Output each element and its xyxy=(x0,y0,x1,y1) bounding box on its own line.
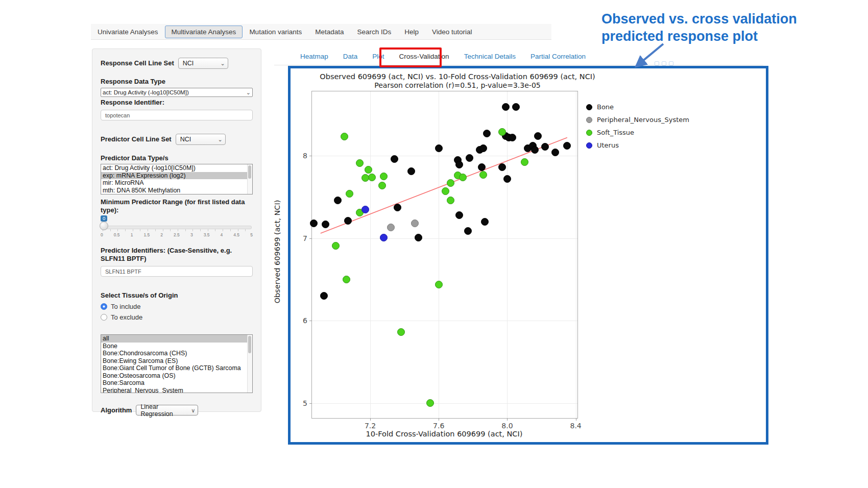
tissue-option-bone-chondrosarcoma-chs[interactable]: Bone:Chondrosarcoma (CHS) xyxy=(101,350,252,357)
slider-tick-label: 4 xyxy=(221,232,223,237)
tissue-option-bone-giant-cell-tumor-of-bone-gctb-sarcoma[interactable]: Bone:Giant Cell Tumor of Bone (GCTB) Sar… xyxy=(101,364,252,372)
nav-tab-univariate-analyses[interactable]: Univariate Analyses xyxy=(91,26,165,38)
tissue-origin-label: Select Tissue/s of Origin xyxy=(101,291,253,300)
nav-tab-multivariate-analyses[interactable]: Multivariate Analyses xyxy=(165,26,243,38)
predictor-identifiers-input[interactable] xyxy=(101,266,253,277)
radio-button-icon[interactable] xyxy=(101,314,107,321)
slider-tick-label: 1.5 xyxy=(143,232,150,237)
nav-tab-video-tutorial[interactable]: Video tutorial xyxy=(425,26,479,38)
response-data-type-select[interactable]: act: Drug Activity (-log10[IC50M]) ⌄ xyxy=(101,88,253,97)
tab-technical-details[interactable]: Technical Details xyxy=(463,51,517,62)
radio-to-include[interactable]: To include xyxy=(101,302,253,310)
red-highlight-box xyxy=(379,47,442,67)
algorithm-value: Linear Regression xyxy=(140,403,188,418)
slider-tick-label: 0 xyxy=(101,232,103,237)
slider-value-badge: 0 xyxy=(101,215,107,222)
plot-legend: BonePeripheral_Nervous_SystemSoft_Tissue… xyxy=(586,103,689,154)
scrollbar[interactable] xyxy=(247,335,252,393)
chevron-down-icon: ⌄ xyxy=(221,61,225,66)
tab-partial-correlation[interactable]: Partial Correlation xyxy=(529,51,587,62)
slider-tick-label: 2 xyxy=(160,232,163,237)
slider-handle[interactable] xyxy=(100,222,108,230)
predictor-identifiers-label: Predictor Identifiers: (Case-Sensitive, … xyxy=(101,247,253,263)
predictor-data-type-option-mth-dna-850k-methylation[interactable]: mth: DNA 850K Methylation xyxy=(101,187,252,194)
predictor-cell-line-set-select[interactable]: NCI ⌄ xyxy=(176,134,226,145)
min-predictor-range-slider[interactable]: 0 00.511.522.533.544.55 xyxy=(101,215,253,242)
response-identifier-input[interactable] xyxy=(101,110,253,120)
plot-subtitle: Pearson correlation (r)=0.51, p-value=3.… xyxy=(289,81,626,89)
legend-item-peripheral-nervous-system[interactable]: Peripheral_Nervous_System xyxy=(586,116,689,124)
predictor-data-type-option-act-drug-activity-log10-ic50m[interactable]: act: Drug Activity (-log10[IC50M]) xyxy=(101,164,252,172)
nav-tab-mutation-variants[interactable]: Mutation variants xyxy=(243,26,308,38)
predictor-cell-line-set-value: NCI xyxy=(180,136,191,143)
tissue-origin-listbox[interactable]: allBoneBone:Chondrosarcoma (CHS)Bone:Ewi… xyxy=(101,334,253,393)
legend-item-uterus[interactable]: Uterus xyxy=(586,141,689,149)
response-identifier-label: Response Identifier: xyxy=(101,99,253,107)
slider-tick-label: 4.5 xyxy=(233,232,239,237)
chevron-down-icon: ⌄ xyxy=(246,90,251,95)
response-cell-line-set-select[interactable]: NCI ⌄ xyxy=(178,58,228,69)
slider-tick-label: 2.5 xyxy=(174,232,180,237)
callout-arrow-icon xyxy=(631,40,669,71)
legend-item-bone[interactable]: Bone xyxy=(586,103,689,111)
scrollbar-thumb[interactable] xyxy=(248,165,251,179)
nav-tab-help[interactable]: Help xyxy=(398,26,425,38)
blue-annotation-box xyxy=(288,66,768,445)
chevron-down-icon: ∨ xyxy=(191,408,195,413)
app-root: Univariate AnalysesMultivariate Analyses… xyxy=(0,0,868,488)
predictor-data-type-option-mir-microrna[interactable]: mir: MicroRNA xyxy=(101,179,252,187)
tissue-option-bone-osteosarcoma-os[interactable]: Bone:Osteosarcoma (OS) xyxy=(101,372,252,380)
plot-title: Observed 609699 (act, NCI) vs. 10-Fold C… xyxy=(289,72,626,81)
tissue-option-bone-ewing-sarcoma-es[interactable]: Bone:Ewing Sarcoma (ES) xyxy=(101,357,252,365)
slider-tick-marks xyxy=(103,229,250,231)
legend-label: Peripheral_Nervous_System xyxy=(597,116,689,124)
legend-dot-icon xyxy=(586,104,592,110)
slider-tick-label: 0.5 xyxy=(114,232,120,237)
legend-item-soft-tissue[interactable]: Soft_Tissue xyxy=(586,129,689,136)
top-navigation: Univariate AnalysesMultivariate Analyses… xyxy=(91,24,551,40)
nav-tab-metadata[interactable]: Metadata xyxy=(308,26,350,38)
legend-dot-icon xyxy=(586,130,592,136)
slider-tick-label: 1 xyxy=(131,232,133,237)
tissue-origin-radio-group: To includeTo exclude xyxy=(101,302,253,321)
slider-tick-labels: 00.511.522.533.544.55 xyxy=(101,232,253,237)
scrollbar-thumb[interactable] xyxy=(248,336,251,353)
response-cell-line-set-label: Response Cell Line Set xyxy=(101,59,174,67)
tissue-option-bone-sarcoma[interactable]: Bone:Sarcoma xyxy=(101,379,252,387)
tissue-option-peripheral-nervous-system[interactable]: Peripheral_Nervous_System xyxy=(101,387,252,394)
radio-label: To exclude xyxy=(111,313,142,321)
result-tabs: HeatmapDataPlotCross-ValidationTechnical… xyxy=(299,51,587,62)
tissue-option-all[interactable]: all xyxy=(101,335,252,343)
sidebar-panel: Response Cell Line Set NCI ⌄ Response Da… xyxy=(92,48,261,412)
response-data-type-value: act: Drug Activity (-log10[IC50M]) xyxy=(103,89,189,95)
algorithm-select[interactable]: Linear Regression ∨ xyxy=(136,405,198,416)
scrollbar[interactable] xyxy=(247,164,252,194)
radio-label: To include xyxy=(111,303,141,310)
response-cell-line-set-value: NCI xyxy=(183,60,194,67)
chevron-down-icon: ⌄ xyxy=(218,137,222,142)
legend-label: Uterus xyxy=(597,141,619,149)
legend-label: Soft_Tissue xyxy=(597,129,634,136)
predictor-data-types-listbox[interactable]: act: Drug Activity (-log10[IC50M])exp: m… xyxy=(101,164,253,194)
predictor-cell-line-set-label: Predictor Cell Line Set xyxy=(101,135,172,143)
radio-to-exclude[interactable]: To exclude xyxy=(101,313,253,321)
legend-dot-icon xyxy=(586,117,592,123)
slider-track[interactable] xyxy=(101,226,252,229)
y-axis-title: Observed 609699 (act, NCI) xyxy=(273,200,281,304)
slider-tick-label: 5 xyxy=(250,232,253,237)
radio-button-icon[interactable] xyxy=(101,303,107,310)
response-data-type-label: Response Data Type xyxy=(101,78,253,86)
tab-underline xyxy=(274,65,763,65)
min-predictor-range-label: Minimum Predictor Range (for first liste… xyxy=(101,198,253,214)
predictor-data-types-label: Predictor Data Type/s xyxy=(101,154,253,162)
slider-tick-label: 3 xyxy=(190,232,193,237)
predictor-data-type-option-exp-mrna-expression-log2[interactable]: exp: mRNA Expression (log2) xyxy=(101,172,252,180)
tab-data[interactable]: Data xyxy=(342,51,359,62)
legend-dot-icon xyxy=(586,142,592,149)
tissue-option-bone[interactable]: Bone xyxy=(101,343,252,350)
legend-label: Bone xyxy=(597,103,614,111)
nav-tab-search-ids[interactable]: Search IDs xyxy=(350,26,398,38)
tab-heatmap[interactable]: Heatmap xyxy=(299,51,329,62)
callout-line1: Observed vs. cross validation xyxy=(601,10,797,28)
modebar-icon[interactable] xyxy=(669,61,673,66)
